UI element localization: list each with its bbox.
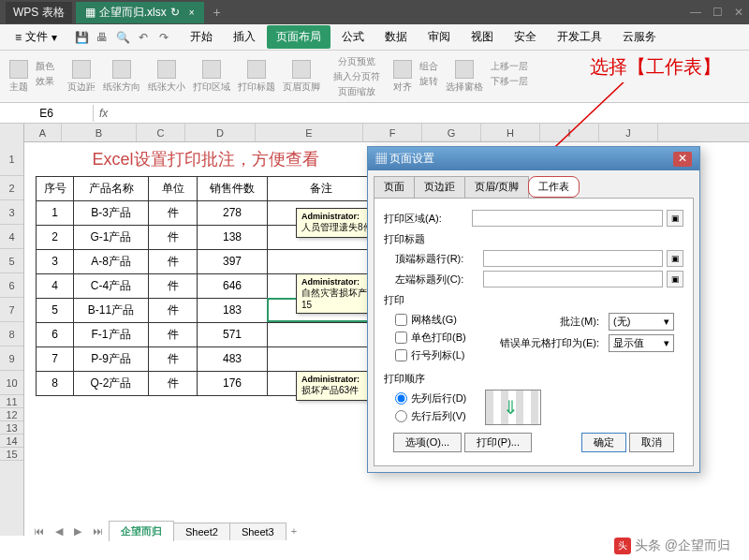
row-10[interactable]: 10 [0, 371, 23, 395]
ribbon-margins[interactable]: 页边距 [67, 60, 95, 94]
fx-label[interactable]: fx [94, 107, 113, 120]
minimize-icon[interactable]: — [690, 6, 701, 19]
sheet-nav-last[interactable]: ⏭ [87, 525, 109, 537]
redo-icon[interactable]: ↷ [156, 31, 171, 44]
options-button[interactable]: 选项(O)... [393, 433, 462, 452]
errors-select[interactable]: 显示值▾ [609, 334, 674, 352]
ribbon-print-titles[interactable]: 打印标题 [238, 60, 275, 94]
row-1[interactable]: 1 [0, 142, 23, 176]
dialog-body: 打印区域(A):▣ 打印标题 顶端标题行(R):▣ 左端标题列(C):▣ 打印 … [374, 198, 694, 466]
ribbon-size[interactable]: 纸张大小 [148, 60, 185, 94]
save-icon[interactable]: 💾 [74, 31, 89, 44]
sheet-tab[interactable]: Sheet2 [173, 523, 230, 540]
ribbon-group[interactable]: 组合旋转 [419, 60, 438, 94]
print-icon[interactable]: 🖶 [95, 31, 110, 44]
dialog-close-button[interactable]: ✕ [673, 152, 692, 167]
window-controls: — ☐ ✕ [690, 6, 743, 19]
add-sheet-button[interactable]: + [286, 525, 302, 537]
ribbon-colors[interactable]: 颜色效果 [36, 60, 54, 94]
maximize-icon[interactable]: ☐ [712, 6, 723, 19]
row-12[interactable]: 12 [0, 408, 23, 421]
refresh-icon[interactable]: ↻ [170, 6, 180, 19]
close-tab-icon[interactable]: × [189, 7, 195, 18]
row-14[interactable]: 14 [0, 435, 23, 448]
print-button[interactable]: 打印(P)... [464, 433, 532, 452]
menu-cloud[interactable]: 云服务 [613, 25, 666, 49]
order-over-radio[interactable] [395, 410, 407, 422]
gridlines-checkbox[interactable] [395, 314, 407, 326]
sheet-tabs: ⏮ ◀ ▶ ⏭ 企望而归 Sheet2 Sheet3 + [28, 521, 302, 541]
print-area-input[interactable] [472, 210, 663, 227]
formula-input[interactable] [113, 106, 749, 120]
col-A[interactable]: A [24, 124, 62, 141]
menu-formula[interactable]: 公式 [332, 25, 374, 49]
comments-select[interactable]: (无)▾ [609, 313, 674, 331]
row-4[interactable]: 4 [0, 225, 23, 249]
ribbon-header-footer[interactable]: 页眉页脚 [283, 60, 320, 94]
col-C[interactable]: C [137, 124, 185, 141]
ribbon-layer[interactable]: 上移一层下移一层 [491, 60, 528, 94]
row-13[interactable]: 13 [0, 421, 23, 435]
rowcol-checkbox[interactable] [395, 349, 407, 361]
tab-header-footer[interactable]: 页眉/页脚 [464, 176, 529, 198]
file-menu[interactable]: ≡ 文件 ▾ [7, 26, 65, 48]
dialog-titlebar[interactable]: ▦ 页面设置 ✕ [368, 147, 699, 170]
row-5[interactable]: 5 [0, 249, 23, 273]
col-G[interactable]: G [422, 124, 481, 141]
sheet-nav-next[interactable]: ▶ [68, 525, 87, 538]
col-F[interactable]: F [363, 124, 422, 141]
range-picker-icon[interactable]: ▣ [667, 210, 683, 227]
ribbon-selection-pane[interactable]: 选择窗格 [446, 60, 483, 94]
tab-sheet[interactable]: 工作表 [528, 176, 580, 198]
ribbon-align[interactable]: 对齐 [393, 60, 412, 94]
row-headers: 1 2 3 4 5 6 7 8 9 10 11 12 13 14 15 [0, 124, 24, 536]
cancel-button[interactable]: 取消 [629, 433, 674, 452]
row-7[interactable]: 7 [0, 298, 23, 322]
sheet-nav-first[interactable]: ⏮ [28, 525, 50, 537]
row-11[interactable]: 11 [0, 395, 23, 408]
order-down-radio[interactable] [395, 392, 407, 405]
left-col-input[interactable] [483, 271, 663, 287]
file-tab[interactable]: ▦ 企望而归.xlsx ↻ × [76, 2, 204, 23]
ribbon-orientation[interactable]: 纸张方向 [103, 60, 140, 94]
row-3[interactable]: 3 [0, 200, 23, 225]
menu-page-layout[interactable]: 页面布局 [267, 25, 330, 49]
preview-icon[interactable]: 🔍 [115, 31, 130, 44]
range-picker-icon[interactable]: ▣ [667, 271, 683, 287]
col-E[interactable]: E [256, 124, 363, 141]
chevron-down-icon: ▾ [664, 337, 669, 349]
menu-view[interactable]: 视图 [462, 25, 503, 49]
row-9[interactable]: 9 [0, 346, 23, 371]
menu-start[interactable]: 开始 [181, 25, 222, 49]
ok-button[interactable]: 确定 [581, 433, 626, 452]
name-box[interactable]: E6 [0, 105, 94, 122]
range-picker-icon[interactable]: ▣ [667, 250, 683, 267]
close-icon[interactable]: ✕ [734, 6, 743, 19]
tab-page[interactable]: 页面 [374, 176, 415, 198]
row-6[interactable]: 6 [0, 273, 23, 298]
menu-dev[interactable]: 开发工具 [548, 25, 611, 49]
new-tab-button[interactable]: + [213, 5, 221, 20]
dialog-icon: ▦ [375, 152, 387, 165]
sheet-tab-active[interactable]: 企望而归 [109, 521, 174, 541]
sheet-nav-prev[interactable]: ◀ [50, 525, 68, 538]
tab-margins[interactable]: 页边距 [414, 176, 465, 198]
ribbon-page-break[interactable]: 分页预览 插入分页符 页面缩放 [333, 55, 380, 98]
col-B[interactable]: B [62, 124, 137, 141]
undo-icon[interactable]: ↶ [136, 31, 151, 44]
bw-checkbox[interactable] [395, 332, 407, 344]
menu-icon: ≡ [15, 31, 22, 44]
menu-review[interactable]: 审阅 [419, 25, 460, 49]
menu-data[interactable]: 数据 [375, 25, 417, 49]
chevron-down-icon: ▾ [51, 31, 57, 44]
top-row-input[interactable] [483, 250, 663, 267]
menu-security[interactable]: 安全 [505, 25, 546, 49]
row-8[interactable]: 8 [0, 322, 23, 346]
row-2[interactable]: 2 [0, 176, 23, 200]
menu-insert[interactable]: 插入 [224, 25, 265, 49]
ribbon-print-area[interactable]: 打印区域 [193, 60, 230, 94]
col-D[interactable]: D [185, 124, 256, 141]
ribbon-theme[interactable]: 主题 [9, 60, 28, 94]
sheet-tab[interactable]: Sheet3 [229, 523, 286, 540]
row-15[interactable]: 15 [0, 448, 23, 461]
